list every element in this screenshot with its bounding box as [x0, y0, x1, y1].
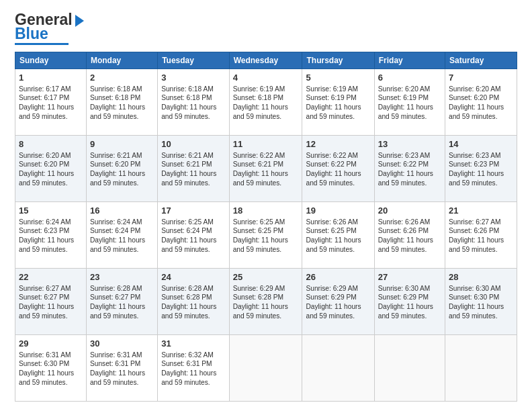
- sunrise-label: Sunrise: 6:17 AM: [19, 85, 71, 93]
- calendar-cell: 14Sunrise: 6:23 AMSunset: 6:23 PMDayligh…: [445, 136, 517, 202]
- day-number: 26: [306, 271, 370, 283]
- calendar-cell: 9Sunrise: 6:21 AMSunset: 6:20 PMDaylight…: [86, 136, 157, 202]
- day-number: 13: [378, 138, 441, 150]
- sunrise-label: Sunrise: 6:25 AM: [233, 218, 285, 226]
- logo-blue: Blue: [15, 26, 48, 42]
- sunset-label: Sunset: 6:28 PM: [161, 293, 212, 301]
- calendar-week-row: 1Sunrise: 6:17 AMSunset: 6:17 PMDaylight…: [15, 69, 517, 136]
- daylight-label: Daylight: 11 hours and 59 minutes.: [161, 369, 216, 386]
- day-number: 21: [449, 205, 513, 217]
- daylight-label: Daylight: 11 hours and 59 minutes.: [161, 170, 216, 187]
- daylight-label: Daylight: 11 hours and 59 minutes.: [306, 236, 361, 253]
- calendar-week-row: 29Sunrise: 6:31 AMSunset: 6:30 PMDayligh…: [15, 335, 517, 402]
- day-header-thursday: Thursday: [302, 52, 374, 69]
- calendar-cell: 4Sunrise: 6:19 AMSunset: 6:18 PMDaylight…: [229, 69, 302, 136]
- day-header-sunday: Sunday: [15, 52, 87, 69]
- calendar-cell: 16Sunrise: 6:24 AMSunset: 6:24 PMDayligh…: [86, 202, 157, 269]
- daylight-label: Daylight: 11 hours and 59 minutes.: [378, 303, 433, 320]
- day-number: 20: [378, 205, 441, 217]
- calendar-cell: 18Sunrise: 6:25 AMSunset: 6:25 PMDayligh…: [229, 202, 302, 269]
- day-number: 30: [90, 338, 154, 350]
- page: General Blue SundayMondayTuesdayWednesda…: [0, 0, 532, 411]
- calendar-cell: 31Sunrise: 6:32 AMSunset: 6:31 PMDayligh…: [158, 335, 230, 402]
- daylight-label: Daylight: 11 hours and 59 minutes.: [90, 103, 145, 120]
- sunset-label: Sunset: 6:30 PM: [19, 360, 69, 367]
- sunrise-label: Sunrise: 6:31 AM: [90, 351, 142, 359]
- calendar-cell: 3Sunrise: 6:18 AMSunset: 6:18 PMDaylight…: [158, 69, 230, 136]
- calendar-cell: 30Sunrise: 6:31 AMSunset: 6:31 PMDayligh…: [86, 335, 157, 402]
- daylight-label: Daylight: 11 hours and 59 minutes.: [90, 369, 145, 386]
- day-number: 2: [90, 72, 154, 84]
- sunset-label: Sunset: 6:31 PM: [161, 360, 212, 367]
- day-number: 3: [161, 72, 226, 84]
- daylight-label: Daylight: 11 hours and 59 minutes.: [19, 236, 74, 253]
- calendar-cell: 25Sunrise: 6:29 AMSunset: 6:28 PMDayligh…: [229, 269, 302, 335]
- sunset-label: Sunset: 6:23 PM: [19, 227, 69, 234]
- calendar-cell: 28Sunrise: 6:30 AMSunset: 6:30 PMDayligh…: [445, 269, 517, 335]
- daylight-label: Daylight: 11 hours and 59 minutes.: [90, 236, 145, 253]
- day-number: 22: [19, 271, 83, 283]
- daylight-label: Daylight: 11 hours and 59 minutes.: [449, 236, 504, 253]
- daylight-label: Daylight: 11 hours and 59 minutes.: [233, 236, 288, 253]
- daylight-label: Daylight: 11 hours and 59 minutes.: [449, 303, 504, 320]
- daylight-label: Daylight: 11 hours and 59 minutes.: [90, 303, 145, 320]
- sunrise-label: Sunrise: 6:29 AM: [233, 285, 285, 292]
- sunset-label: Sunset: 6:31 PM: [90, 360, 140, 367]
- daylight-label: Daylight: 11 hours and 59 minutes.: [233, 170, 288, 187]
- calendar-cell: 23Sunrise: 6:28 AMSunset: 6:27 PMDayligh…: [86, 269, 157, 335]
- header: General Blue: [15, 12, 517, 45]
- sunrise-label: Sunrise: 6:21 AM: [90, 152, 142, 159]
- daylight-label: Daylight: 11 hours and 59 minutes.: [306, 170, 361, 187]
- calendar-cell: 15Sunrise: 6:24 AMSunset: 6:23 PMDayligh…: [15, 202, 87, 269]
- sunset-label: Sunset: 6:23 PM: [449, 161, 499, 168]
- calendar-cell: 29Sunrise: 6:31 AMSunset: 6:30 PMDayligh…: [15, 335, 87, 402]
- day-number: 14: [449, 138, 513, 150]
- sunrise-label: Sunrise: 6:26 AM: [306, 218, 358, 226]
- daylight-label: Daylight: 11 hours and 59 minutes.: [19, 303, 74, 320]
- daylight-label: Daylight: 11 hours and 59 minutes.: [161, 236, 216, 253]
- day-header-saturday: Saturday: [445, 52, 517, 69]
- day-number: 27: [378, 271, 441, 283]
- calendar-cell: 6Sunrise: 6:20 AMSunset: 6:19 PMDaylight…: [374, 69, 445, 136]
- daylight-label: Daylight: 11 hours and 59 minutes.: [19, 369, 74, 386]
- sunset-label: Sunset: 6:18 PM: [233, 94, 283, 101]
- logo: General Blue: [15, 12, 84, 45]
- sunrise-label: Sunrise: 6:21 AM: [161, 152, 214, 159]
- day-number: 7: [449, 72, 513, 84]
- sunrise-label: Sunrise: 6:29 AM: [306, 285, 358, 292]
- day-number: 12: [306, 138, 370, 150]
- calendar-cell: 5Sunrise: 6:19 AMSunset: 6:19 PMDaylight…: [302, 69, 374, 136]
- day-number: 25: [233, 271, 299, 283]
- sunset-label: Sunset: 6:25 PM: [233, 227, 283, 234]
- day-number: 23: [90, 271, 154, 283]
- calendar-cell-empty: [229, 335, 302, 402]
- day-number: 6: [378, 72, 441, 84]
- sunrise-label: Sunrise: 6:26 AM: [378, 218, 431, 226]
- daylight-label: Daylight: 11 hours and 59 minutes.: [378, 236, 433, 253]
- sunset-label: Sunset: 6:29 PM: [378, 293, 429, 301]
- sunrise-label: Sunrise: 6:18 AM: [90, 85, 142, 93]
- sunrise-label: Sunrise: 6:27 AM: [19, 285, 71, 292]
- day-number: 31: [161, 338, 226, 350]
- calendar-cell: 7Sunrise: 6:20 AMSunset: 6:20 PMDaylight…: [445, 69, 517, 136]
- sunset-label: Sunset: 6:26 PM: [378, 227, 429, 234]
- calendar-week-row: 22Sunrise: 6:27 AMSunset: 6:27 PMDayligh…: [15, 269, 517, 335]
- daylight-label: Daylight: 11 hours and 59 minutes.: [90, 170, 145, 187]
- sunset-label: Sunset: 6:24 PM: [161, 227, 212, 234]
- calendar-cell: 2Sunrise: 6:18 AMSunset: 6:18 PMDaylight…: [86, 69, 157, 136]
- calendar-header-row: SundayMondayTuesdayWednesdayThursdayFrid…: [15, 52, 517, 69]
- sunset-label: Sunset: 6:19 PM: [378, 94, 429, 101]
- sunset-label: Sunset: 6:29 PM: [306, 293, 356, 301]
- daylight-label: Daylight: 11 hours and 59 minutes.: [378, 170, 433, 187]
- calendar-cell: 27Sunrise: 6:30 AMSunset: 6:29 PMDayligh…: [374, 269, 445, 335]
- sunrise-label: Sunrise: 6:32 AM: [161, 351, 214, 359]
- day-number: 15: [19, 205, 83, 217]
- logo-underline: [15, 43, 69, 45]
- calendar-cell: 13Sunrise: 6:23 AMSunset: 6:22 PMDayligh…: [374, 136, 445, 202]
- sunset-label: Sunset: 6:20 PM: [449, 94, 499, 101]
- sunrise-label: Sunrise: 6:20 AM: [19, 152, 71, 159]
- sunset-label: Sunset: 6:26 PM: [449, 227, 499, 234]
- sunset-label: Sunset: 6:25 PM: [306, 227, 356, 234]
- sunrise-label: Sunrise: 6:24 AM: [90, 218, 142, 226]
- calendar-cell: 26Sunrise: 6:29 AMSunset: 6:29 PMDayligh…: [302, 269, 374, 335]
